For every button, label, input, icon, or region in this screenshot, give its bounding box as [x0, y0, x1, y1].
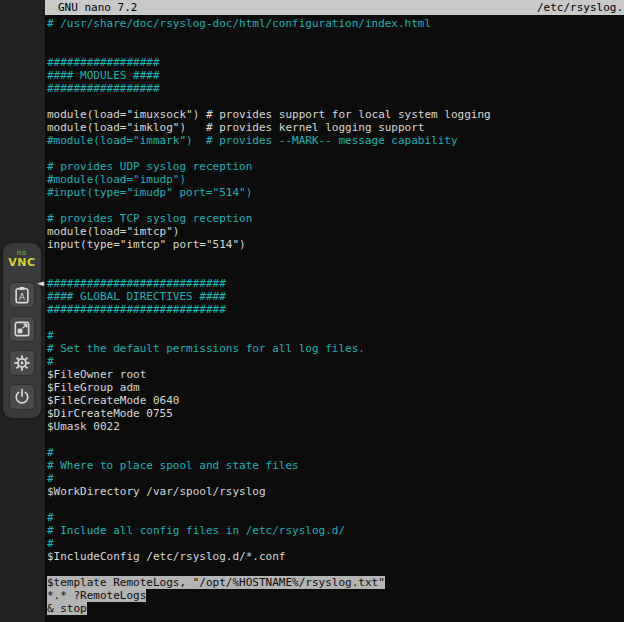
clipboard-icon: A — [13, 286, 31, 304]
terminal-line: # Where to place spool and state files — [47, 459, 624, 472]
control-bar-collapse-handle[interactable]: ◄ — [37, 279, 44, 288]
terminal-line — [47, 316, 624, 329]
terminal-line — [47, 30, 624, 43]
terminal-line — [47, 433, 624, 446]
terminal-line — [47, 147, 624, 160]
terminal-line: module(load="imuxsock") # provides suppo… — [47, 108, 624, 121]
terminal-line — [47, 43, 624, 56]
terminal-line: ################# — [47, 82, 624, 95]
terminal-line: ########################### — [47, 303, 624, 316]
terminal-line: $DirCreateMode 0755 — [47, 407, 624, 420]
terminal-line: # — [47, 355, 624, 368]
terminal-line — [47, 498, 624, 511]
terminal-line: module(load="imtcp") — [47, 225, 624, 238]
terminal-window[interactable]: GNU nano 7.2 /etc/rsyslog. # /usr/share/… — [45, 0, 624, 622]
terminal-line: # /usr/share/doc/rsyslog-doc/html/config… — [47, 17, 624, 30]
terminal-line: #module(load="imudp") — [47, 173, 624, 186]
terminal-line: $IncludeConfig /etc/rsyslog.d/*.conf — [47, 550, 624, 563]
terminal-line: $template RemoteLogs, "/opt/%HOSTNAME%/r… — [47, 576, 624, 589]
terminal-line: $FileCreateMode 0640 — [47, 394, 624, 407]
power-icon — [13, 388, 31, 406]
fullscreen-button[interactable] — [9, 316, 35, 342]
terminal-line: input(type="imtcp" port="514") — [47, 238, 624, 251]
terminal-line: #### GLOBAL DIRECTIVES #### — [47, 290, 624, 303]
terminal-line: & stop — [47, 602, 624, 615]
clipboard-letter: A — [19, 292, 25, 302]
terminal-line: # provides TCP syslog reception — [47, 212, 624, 225]
terminal-line: ########################### — [47, 277, 624, 290]
terminal-line: ################# — [47, 56, 624, 69]
terminal-line: # — [47, 329, 624, 342]
terminal-line: # Include all config files in /etc/rsysl… — [47, 524, 624, 537]
terminal-line: #input(type="imudp" port="514") — [47, 186, 624, 199]
terminal-line — [47, 264, 624, 277]
terminal-line: $FileGroup adm — [47, 381, 624, 394]
settings-button[interactable] — [9, 350, 35, 376]
terminal-line: # — [47, 537, 624, 550]
terminal-line: # — [47, 446, 624, 459]
power-button[interactable] — [9, 384, 35, 410]
terminal-line: $Umask 0022 — [47, 420, 624, 433]
terminal-line: # — [47, 472, 624, 485]
clipboard-button[interactable]: A — [9, 282, 35, 308]
terminal-line: # Set the default permissions for all lo… — [47, 342, 624, 355]
gear-icon — [13, 354, 31, 372]
vnc-control-bar: no VNC ◄ A — [3, 243, 41, 418]
nano-filename-label: /etc/rsyslog. — [537, 1, 624, 14]
novnc-logo: no VNC — [8, 250, 35, 268]
terminal-line — [47, 95, 624, 108]
terminal-line: #### MODULES #### — [47, 69, 624, 82]
terminal-line: $FileOwner root — [47, 368, 624, 381]
nano-titlebar: GNU nano 7.2 /etc/rsyslog. — [45, 0, 624, 15]
terminal-line — [47, 563, 624, 576]
novnc-logo-vnc: VNC — [8, 257, 35, 268]
terminal-line: # provides UDP syslog reception — [47, 160, 624, 173]
fullscreen-icon — [13, 320, 31, 338]
nano-version-label: GNU nano 7.2 — [45, 1, 137, 14]
terminal-line — [47, 251, 624, 264]
terminal-line — [47, 199, 624, 212]
terminal-lines: # /usr/share/doc/rsyslog-doc/html/config… — [45, 15, 624, 615]
terminal-line: *.* ?RemoteLogs — [47, 589, 624, 602]
terminal-line: #module(load="immark") # provides --MARK… — [47, 134, 624, 147]
terminal-line: module(load="imklog") # provides kernel … — [47, 121, 624, 134]
terminal-line: $WorkDirectory /var/spool/rsyslog — [47, 485, 624, 498]
terminal-line: # — [47, 511, 624, 524]
